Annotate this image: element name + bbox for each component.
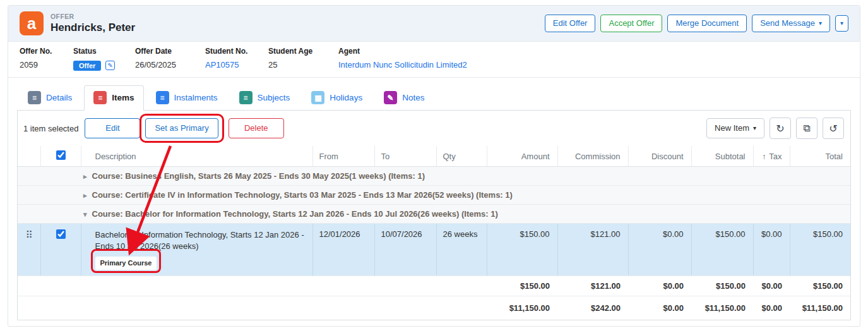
- offer-no-value: 2059: [20, 60, 67, 70]
- agent-field: Agent Interdum Nunc Sollicitudin Limited…: [338, 47, 848, 72]
- items-table: Description From To Qty Amount Commissio…: [18, 146, 850, 320]
- chevron-down-icon: ▾: [840, 20, 843, 27]
- column-commission[interactable]: Commission: [557, 146, 628, 167]
- chevron-down-icon: ▾: [753, 124, 756, 132]
- tab-notes[interactable]: ✎ Notes: [374, 85, 434, 110]
- group-subtotal-discount: $0.00: [628, 276, 691, 296]
- item-qty: 26 weeks: [436, 224, 487, 276]
- student-age-value: 25: [268, 60, 332, 70]
- column-qty[interactable]: Qty: [436, 146, 487, 167]
- column-description[interactable]: Description: [81, 146, 312, 167]
- item-total: $150.00: [790, 224, 850, 276]
- new-item-button[interactable]: New Item▾: [706, 118, 764, 139]
- copy-button[interactable]: ⧉: [796, 118, 817, 139]
- grand-total-subtotal: $11,150.00: [691, 296, 753, 320]
- group-collapsed-caret-icon[interactable]: ▸: [83, 191, 87, 199]
- status-field: Status Offer✎: [73, 47, 135, 72]
- offer-date-value: 26/05/2025: [135, 60, 199, 70]
- tab-subjects[interactable]: ≡ Subjects: [230, 85, 300, 110]
- table-header-row: Description From To Qty Amount Commissio…: [18, 146, 850, 167]
- item-description: Bachelor for Information Technology, Sta…: [95, 229, 306, 252]
- grand-total-discount: $0.00: [628, 296, 691, 320]
- app-logo: a: [20, 11, 44, 35]
- refresh-button[interactable]: ↻: [770, 118, 791, 139]
- column-tax[interactable]: ↑Tax: [753, 146, 790, 167]
- history-button[interactable]: ↺: [823, 118, 844, 139]
- items-panel: 1 item selected Edit Set as Primary Dele…: [17, 111, 851, 320]
- group-row-bachelor[interactable]: ▾Course: Bachelor for Information Techno…: [18, 205, 850, 224]
- student-age-label: Student Age: [268, 47, 332, 56]
- toolbar-right: New Item▾ ↻ ⧉ ↺: [706, 118, 844, 139]
- tab-items-label: Items: [112, 93, 134, 102]
- offer-info-bar: Offer No. 2059 Status Offer✎ Offer Date …: [8, 42, 860, 78]
- group-subtotal-amount: $150.00: [487, 276, 557, 296]
- subjects-tab-icon: ≡: [239, 91, 253, 104]
- page-header: a OFFER Hendricks, Peter Edit Offer Acce…: [8, 6, 860, 42]
- items-toolbar: 1 item selected Edit Set as Primary Dele…: [18, 111, 850, 146]
- item-tax: $0.00: [753, 224, 790, 276]
- student-no-link[interactable]: AP10575: [205, 60, 239, 70]
- column-discount[interactable]: Discount: [628, 146, 691, 167]
- accept-offer-button[interactable]: Accept Offer: [600, 15, 662, 33]
- item-commission: $121.00: [557, 224, 628, 276]
- column-to[interactable]: To: [374, 146, 436, 167]
- edit-button[interactable]: Edit: [85, 118, 140, 139]
- item-row-bachelor[interactable]: ⠿ Bachelor for Information Technology, S…: [18, 224, 850, 276]
- student-no-label: Student No.: [205, 47, 262, 56]
- group-expanded-caret-icon[interactable]: ▾: [83, 210, 87, 218]
- column-amount[interactable]: Amount: [487, 146, 557, 167]
- row-checkbox[interactable]: [56, 229, 66, 239]
- tab-instalments-label: Instalments: [174, 93, 218, 102]
- offer-page: a OFFER Hendricks, Peter Edit Offer Acce…: [8, 5, 860, 327]
- edit-offer-button[interactable]: Edit Offer: [545, 15, 596, 33]
- send-message-button[interactable]: Send Message▾: [752, 15, 830, 33]
- tab-items[interactable]: ≡ Items: [84, 85, 143, 110]
- details-tab-icon: ≡: [28, 91, 41, 104]
- offer-date-field: Offer Date 26/05/2025: [135, 47, 205, 72]
- column-total[interactable]: Total: [790, 146, 850, 167]
- tab-details[interactable]: ≡ Details: [18, 85, 81, 110]
- group-subtotal-total: $150.00: [790, 276, 850, 296]
- tab-details-label: Details: [46, 93, 72, 102]
- group-subtotal-row: $150.00 $121.00 $0.00 $150.00 $0.00 $150…: [18, 276, 850, 296]
- agent-link[interactable]: Interdum Nunc Sollicitudin Limited2: [338, 60, 467, 70]
- tab-holidays-label: Holidays: [330, 93, 362, 102]
- group-label: Course: Certificate IV in Information Te…: [92, 190, 513, 200]
- notes-tab-icon: ✎: [384, 91, 397, 104]
- entity-type-label: OFFER: [51, 13, 135, 20]
- drag-handle[interactable]: ⠿: [18, 224, 40, 276]
- header-actions: Edit Offer Accept Offer Merge Document S…: [545, 15, 848, 33]
- tab-instalments[interactable]: ≡ Instalments: [146, 85, 227, 110]
- copy-icon: ⧉: [803, 123, 810, 134]
- group-row-business-english[interactable]: ▸Course: Business English, Starts 26 May…: [18, 167, 850, 186]
- merge-document-button[interactable]: Merge Document: [667, 15, 747, 33]
- offer-date-label: Offer Date: [135, 47, 199, 56]
- group-collapsed-caret-icon[interactable]: ▸: [83, 173, 87, 180]
- sort-asc-icon: ↑: [762, 152, 766, 161]
- status-edit-icon[interactable]: ✎: [105, 61, 115, 70]
- grand-total-tax: $0.00: [753, 296, 790, 320]
- tab-holidays[interactable]: ▦ Holidays: [302, 85, 372, 110]
- set-as-primary-button[interactable]: Set as Primary: [145, 118, 218, 139]
- delete-button[interactable]: Delete: [229, 118, 284, 139]
- status-badge: Offer: [73, 61, 101, 71]
- select-all-header: [40, 146, 81, 167]
- column-subtotal[interactable]: Subtotal: [691, 146, 753, 167]
- select-all-checkbox[interactable]: [56, 150, 66, 160]
- refresh-icon: ↻: [776, 123, 784, 135]
- item-amount: $150.00: [487, 224, 557, 276]
- grand-total-amount: $11,150.00: [487, 296, 557, 320]
- selection-count: 1 item selected: [23, 124, 78, 133]
- group-row-certificate-iv[interactable]: ▸Course: Certificate IV in Information T…: [18, 186, 850, 205]
- student-age-field: Student Age 25: [268, 47, 338, 72]
- group-subtotal-subtotal: $150.00: [691, 276, 753, 296]
- items-tab-icon: ≡: [93, 91, 107, 104]
- column-from[interactable]: From: [312, 146, 374, 167]
- offer-no-label: Offer No.: [20, 47, 67, 56]
- holidays-tab-icon: ▦: [311, 91, 324, 104]
- status-label: Status: [73, 47, 129, 56]
- more-actions-button[interactable]: ▾: [835, 15, 848, 32]
- offer-no-field: Offer No. 2059: [20, 47, 73, 72]
- grand-total-commission: $242.00: [557, 296, 628, 320]
- header-text: OFFER Hendricks, Peter: [51, 13, 135, 34]
